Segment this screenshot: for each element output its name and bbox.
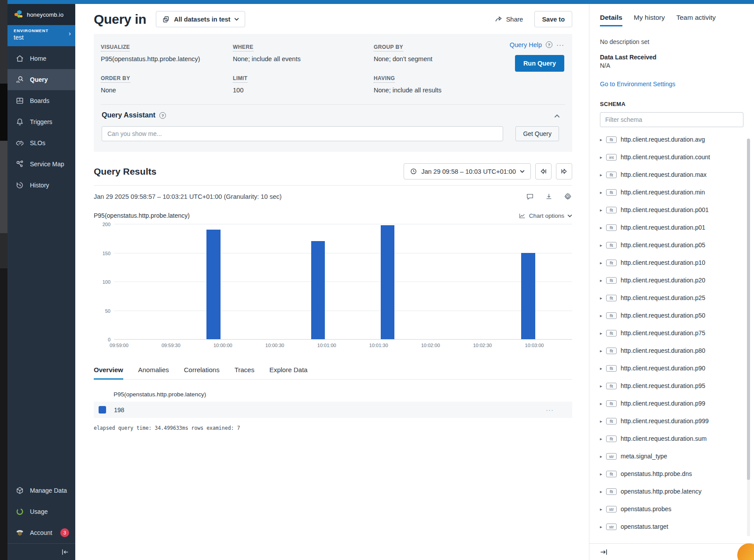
summary-result-row[interactable]: 198 ··· bbox=[94, 402, 572, 418]
expand-triangle-icon[interactable]: ▸ bbox=[600, 172, 602, 177]
scrollbar-thumb[interactable] bbox=[747, 139, 750, 480]
expand-triangle-icon[interactable]: ▸ bbox=[600, 208, 602, 212]
schema-field-row[interactable]: ▸ flt http.client.request.duration.p90 bbox=[600, 359, 743, 377]
schema-field-row[interactable]: ▸ flt http.client.request.duration.p05 bbox=[600, 236, 743, 254]
sidebar-item-slos[interactable]: SLOs bbox=[7, 132, 75, 154]
tab-details[interactable]: Details bbox=[600, 14, 622, 26]
schema-field-row[interactable]: ▸ str meta.signal_type bbox=[600, 447, 743, 465]
schema-field-row[interactable]: ▸ flt http.client.request.duration.p99 bbox=[600, 395, 743, 412]
expand-triangle-icon[interactable]: ▸ bbox=[600, 331, 602, 336]
expand-triangle-icon[interactable]: ▸ bbox=[600, 507, 602, 512]
schema-field-row[interactable]: ▸ flt http.client.request.duration.p999 bbox=[600, 412, 743, 430]
environment-switcher[interactable]: ENVIRONMENT test › bbox=[7, 25, 75, 46]
tab-anomalies[interactable]: Anomalies bbox=[138, 366, 169, 379]
schema-field-row[interactable]: ▸ flt http.client.request.duration.avg bbox=[600, 131, 743, 148]
sidebar-item-query[interactable]: Query bbox=[7, 69, 75, 90]
expand-triangle-icon[interactable]: ▸ bbox=[600, 384, 602, 388]
expand-triangle-icon[interactable]: ▸ bbox=[600, 190, 602, 195]
sidebar-item-manage-data[interactable]: Manage Data bbox=[7, 480, 75, 501]
schema-field-row[interactable]: ▸ flt http.client.request.duration.p80 bbox=[600, 342, 743, 359]
clause-visualize[interactable]: VISUALIZE P95(openstatus.http.probe.late… bbox=[101, 43, 233, 62]
expand-triangle-icon[interactable]: ▸ bbox=[600, 401, 602, 406]
schema-field-row[interactable]: ▸ flt http.client.request.duration.p01 bbox=[600, 219, 743, 236]
expand-triangle-icon[interactable]: ▸ bbox=[600, 436, 602, 441]
expand-triangle-icon[interactable]: ▸ bbox=[600, 296, 602, 300]
tab-overview[interactable]: Overview bbox=[94, 366, 123, 379]
chart-bar[interactable] bbox=[381, 225, 394, 339]
schema-field-row[interactable]: ▸ str openstatus.probes bbox=[600, 500, 743, 518]
clause-group-by[interactable]: GROUP BY None; don't segment bbox=[374, 43, 473, 62]
expand-triangle-icon[interactable]: ▸ bbox=[600, 137, 602, 142]
help-circle-icon[interactable]: ? bbox=[546, 41, 552, 48]
share-button[interactable]: Share bbox=[494, 15, 523, 23]
sidebar-collapse-button[interactable] bbox=[7, 543, 75, 560]
schema-scrollbar[interactable] bbox=[747, 139, 750, 536]
schema-field-row[interactable]: ▸ flt http.client.request.duration.p50 bbox=[600, 307, 743, 324]
chart-bar[interactable] bbox=[311, 241, 325, 339]
sidebar-item-usage[interactable]: Usage bbox=[7, 501, 75, 522]
expand-triangle-icon[interactable]: ▸ bbox=[600, 348, 602, 353]
expand-triangle-icon[interactable]: ▸ bbox=[600, 155, 602, 160]
time-range-selector[interactable]: Jan 29 09:58 – 10:03 UTC+01:00 bbox=[404, 163, 531, 179]
time-forward-button[interactable] bbox=[556, 163, 572, 179]
clause-order-by[interactable]: ORDER BY None bbox=[101, 74, 233, 94]
save-to-button[interactable]: Save to bbox=[534, 11, 572, 27]
schema-field-row[interactable]: ▸ int http.client.request.duration.count bbox=[600, 148, 743, 166]
schema-field-row[interactable]: ▸ flt http.client.request.duration.p10 bbox=[600, 254, 743, 271]
schema-field-row[interactable]: ▸ flt http.client.request.duration.sum bbox=[600, 430, 743, 447]
clause-having[interactable]: HAVING None; include all results bbox=[374, 74, 473, 94]
expand-triangle-icon[interactable]: ▸ bbox=[600, 419, 602, 424]
get-query-button[interactable]: Get Query bbox=[515, 126, 559, 141]
clause-limit[interactable]: LIMIT 100 bbox=[233, 74, 374, 94]
panel-expand-button[interactable] bbox=[589, 543, 754, 560]
sidebar-item-history[interactable]: History bbox=[7, 175, 75, 196]
more-options-icon[interactable]: ··· bbox=[556, 41, 564, 48]
gear-icon[interactable] bbox=[563, 192, 572, 201]
schema-filter-input[interactable] bbox=[600, 112, 743, 127]
schema-field-row[interactable]: ▸ flt http.client.request.duration.p75 bbox=[600, 324, 743, 342]
tab-my-history[interactable]: My history bbox=[634, 14, 665, 26]
expand-triangle-icon[interactable]: ▸ bbox=[600, 225, 602, 230]
collapse-chevron-up-icon[interactable] bbox=[554, 112, 560, 120]
sidebar-item-boards[interactable]: Boards bbox=[7, 90, 75, 111]
sidebar-item-account[interactable]: Account 3 bbox=[7, 522, 75, 543]
chart-bar[interactable] bbox=[206, 230, 220, 339]
download-icon[interactable] bbox=[544, 192, 553, 201]
expand-triangle-icon[interactable]: ▸ bbox=[600, 454, 602, 459]
honeycomb-logo[interactable]: honeycomb.io bbox=[7, 4, 75, 25]
clause-where[interactable]: WHERE None; include all events bbox=[233, 43, 374, 62]
expand-triangle-icon[interactable]: ▸ bbox=[600, 366, 602, 371]
schema-field-row[interactable]: ▸ str openstatus.target bbox=[600, 518, 743, 535]
sidebar-item-triggers[interactable]: Triggers bbox=[7, 111, 75, 132]
row-more-options-icon[interactable]: ··· bbox=[546, 406, 554, 414]
dataset-selector[interactable]: All datasets in test bbox=[156, 11, 245, 27]
schema-field-row[interactable]: ▸ flt openstatus.http.probe.latency bbox=[600, 483, 743, 500]
tab-correlations[interactable]: Correlations bbox=[184, 366, 220, 379]
schema-field-row[interactable]: ▸ flt http.client.request.duration.p95 bbox=[600, 377, 743, 395]
tab-team-activity[interactable]: Team activity bbox=[676, 14, 716, 26]
environment-settings-link[interactable]: Go to Environment Settings bbox=[600, 81, 743, 88]
chart-bar[interactable] bbox=[521, 253, 535, 340]
sidebar-item-home[interactable]: Home bbox=[7, 48, 75, 69]
query-help-link[interactable]: Query Help bbox=[510, 41, 542, 48]
help-circle-icon[interactable]: ? bbox=[159, 112, 166, 119]
expand-triangle-icon[interactable]: ▸ bbox=[600, 489, 602, 494]
run-query-button[interactable]: Run Query bbox=[515, 55, 564, 72]
expand-triangle-icon[interactable]: ▸ bbox=[600, 278, 602, 283]
sidebar-item-service-map[interactable]: Service Map bbox=[7, 154, 75, 175]
tab-traces[interactable]: Traces bbox=[235, 366, 254, 379]
expand-triangle-icon[interactable]: ▸ bbox=[600, 524, 602, 529]
schema-field-row[interactable]: ▸ flt http.client.request.duration.p20 bbox=[600, 271, 743, 289]
assistant-prompt-input[interactable] bbox=[102, 126, 503, 141]
schema-field-row[interactable]: ▸ flt http.client.request.duration.max bbox=[600, 166, 743, 183]
expand-triangle-icon[interactable]: ▸ bbox=[600, 313, 602, 318]
schema-field-row[interactable]: ▸ flt http.client.request.duration.p25 bbox=[600, 289, 743, 307]
expand-triangle-icon[interactable]: ▸ bbox=[600, 472, 602, 476]
time-back-button[interactable] bbox=[535, 163, 552, 179]
chart-options-button[interactable]: Chart options bbox=[519, 212, 572, 219]
expand-triangle-icon[interactable]: ▸ bbox=[600, 260, 602, 265]
tab-explore-data[interactable]: Explore Data bbox=[269, 366, 308, 379]
schema-field-row[interactable]: ▸ flt http.client.request.duration.min bbox=[600, 183, 743, 201]
expand-triangle-icon[interactable]: ▸ bbox=[600, 243, 602, 248]
schema-field-row[interactable]: ▸ flt http.client.request.duration.p001 bbox=[600, 201, 743, 219]
